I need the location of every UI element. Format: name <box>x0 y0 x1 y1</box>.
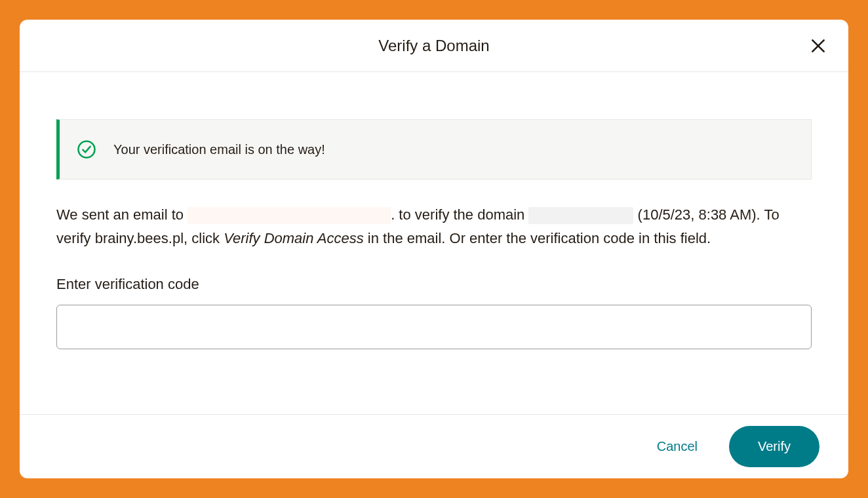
success-alert: Your verification email is on the way! <box>56 119 812 180</box>
alert-message: Your verification email is on the way! <box>113 142 325 157</box>
redacted-domain <box>528 207 633 224</box>
close-button[interactable] <box>806 34 830 58</box>
instruction-text: We sent an email to . to verify the doma… <box>56 203 812 251</box>
instruction-part-4: in the email. Or enter the verification … <box>364 230 711 246</box>
modal-body: Your verification email is on the way! W… <box>20 72 848 414</box>
instruction-part-2: . to verify the domain <box>391 206 528 223</box>
modal-header: Verify a Domain <box>20 20 848 72</box>
verify-domain-modal: Verify a Domain Your verification email … <box>20 20 848 478</box>
modal-title: Verify a Domain <box>378 37 489 55</box>
svg-point-2 <box>79 142 95 158</box>
redacted-email <box>187 207 391 224</box>
verification-code-input[interactable] <box>56 305 812 349</box>
modal-footer: Cancel Verify <box>20 414 848 478</box>
verification-code-label: Enter verification code <box>56 276 812 293</box>
instruction-part-1: We sent an email to <box>56 206 187 223</box>
verify-button[interactable]: Verify <box>729 426 819 467</box>
close-icon <box>810 37 827 54</box>
cancel-button[interactable]: Cancel <box>657 439 698 454</box>
email-link-name: Verify Domain Access <box>224 230 364 246</box>
check-circle-icon <box>77 140 96 159</box>
